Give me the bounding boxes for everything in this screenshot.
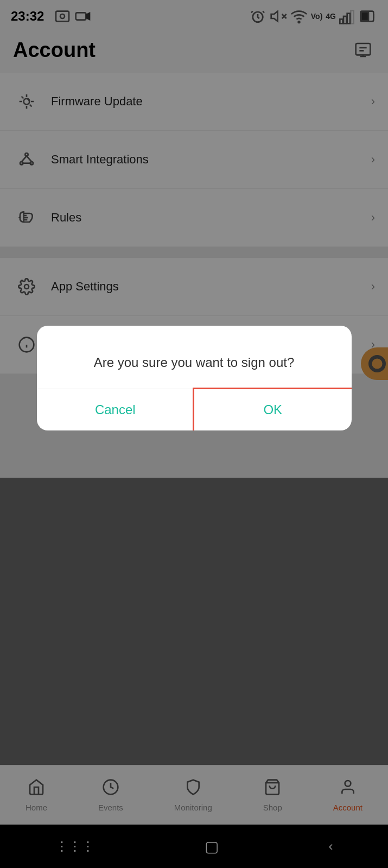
sign-out-dialog: Are you sure you want to sign out? Cance… [37, 326, 352, 430]
dialog-overlay [0, 0, 388, 868]
dialog-ok-button[interactable]: OK [193, 388, 352, 430]
dialog-cancel-button[interactable]: Cancel [37, 389, 195, 430]
dialog-buttons: Cancel OK [37, 389, 352, 430]
dialog-message: Are you sure you want to sign out? [37, 326, 352, 389]
